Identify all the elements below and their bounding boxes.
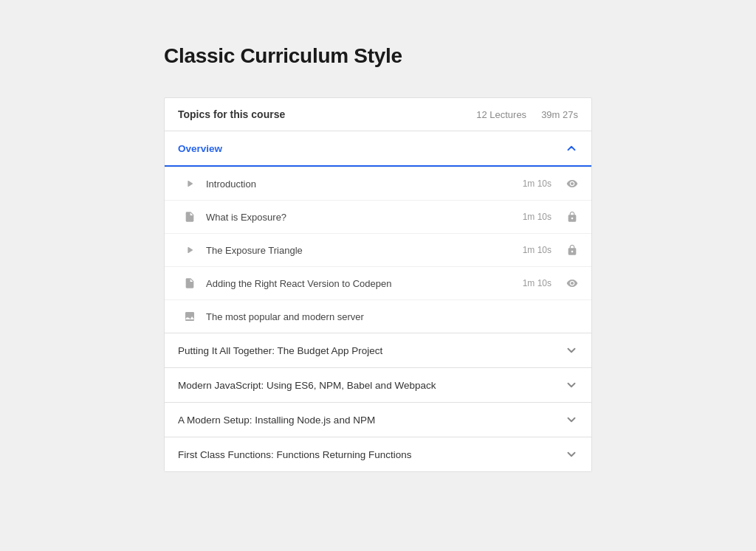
total-duration: 39m 27s (541, 109, 578, 120)
lecture-title: Introduction (206, 179, 514, 190)
section-modern-setup: A Modern Setup: Installing Node.js and N… (165, 403, 591, 437)
section-title-modern-setup: A Modern Setup: Installing Node.js and N… (178, 415, 375, 426)
lecture-title: What is Exposure? (206, 212, 514, 223)
section-header-modern-setup[interactable]: A Modern Setup: Installing Node.js and N… (165, 403, 591, 437)
section-header-first-class[interactable]: First Class Functions: Functions Returni… (165, 437, 591, 471)
lecture-duration: 1m 10s (523, 245, 551, 255)
section-budget-app: Putting It All Together: The Budget App … (165, 333, 591, 368)
curriculum-meta: 12 Lectures 39m 27s (476, 109, 578, 120)
list-item: The Exposure Triangle 1m 10s (165, 233, 591, 266)
chevron-up-icon (565, 142, 578, 155)
page-title: Classic Curriculum Style (164, 44, 592, 68)
chevron-down-icon (565, 378, 578, 392)
section-title-first-class: First Class Functions: Functions Returni… (178, 449, 412, 460)
section-modern-js: Modern JavaScript: Using ES6, NPM, Babel… (165, 368, 591, 403)
curriculum-header-title: Topics for this course (178, 108, 285, 120)
section-first-class: First Class Functions: Functions Returni… (165, 437, 591, 471)
lecture-duration: 1m 10s (523, 278, 551, 288)
chevron-down-icon (565, 448, 578, 461)
lecture-title: The Exposure Triangle (206, 245, 514, 256)
section-content-overview: Introduction 1m 10s What is Exposure? 1m… (165, 167, 591, 333)
list-item: Introduction 1m 10s (165, 167, 591, 200)
curriculum-header: Topics for this course 12 Lectures 39m 2… (165, 98, 591, 131)
curriculum-box: Topics for this course 12 Lectures 39m 2… (164, 97, 592, 472)
eye-icon (566, 277, 578, 289)
lock-icon (566, 244, 578, 256)
video-icon (182, 243, 197, 257)
section-overview: Overview Introduction 1m 10s (165, 131, 591, 333)
section-title-modern-js: Modern JavaScript: Using ES6, NPM, Babel… (178, 380, 436, 391)
section-title-budget-app: Putting It All Together: The Budget App … (178, 345, 382, 356)
doc-icon (182, 276, 197, 291)
doc-icon (182, 209, 197, 224)
section-header-modern-js[interactable]: Modern JavaScript: Using ES6, NPM, Babel… (165, 368, 591, 402)
section-header-budget-app[interactable]: Putting It All Together: The Budget App … (165, 333, 591, 367)
section-title-overview: Overview (178, 143, 222, 154)
list-item: The most popular and modern server (165, 299, 591, 333)
lecture-title: Adding the Right React Version to Codepe… (206, 278, 514, 289)
list-item: Adding the Right React Version to Codepe… (165, 266, 591, 299)
lectures-count: 12 Lectures (476, 109, 526, 120)
section-header-overview[interactable]: Overview (165, 131, 591, 167)
lecture-title: The most popular and modern server (206, 311, 563, 322)
page-container: Classic Curriculum Style Topics for this… (164, 44, 592, 507)
chevron-down-icon (565, 413, 578, 426)
eye-icon (566, 178, 578, 190)
lock-icon (566, 211, 578, 223)
list-item: What is Exposure? 1m 10s (165, 200, 591, 233)
chevron-down-icon (565, 344, 578, 357)
lecture-duration: 1m 10s (523, 212, 551, 222)
image-icon (182, 309, 197, 324)
video-icon (182, 176, 197, 191)
lecture-duration: 1m 10s (523, 179, 551, 189)
